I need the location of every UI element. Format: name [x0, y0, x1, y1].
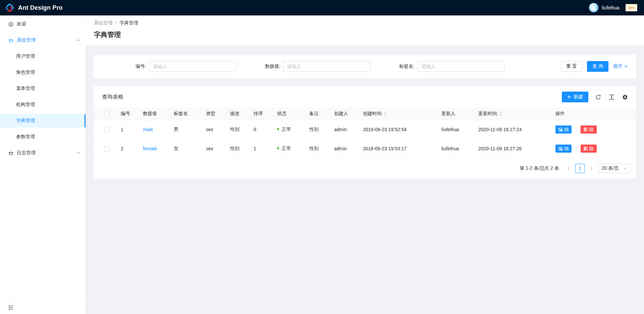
cell-tag: 男 — [168, 120, 201, 139]
crown-icon — [8, 38, 13, 43]
user-name[interactable]: liufeihua — [602, 5, 619, 10]
sidebar-collapse-trigger[interactable] — [0, 301, 86, 314]
sidebar-item-welcome[interactable]: 欢迎 — [0, 17, 86, 31]
page-title: 字典管理 — [94, 30, 636, 39]
breadcrumb-parent[interactable]: 系统管理 — [94, 20, 113, 26]
cell-id: 2 — [115, 139, 138, 158]
col-header-desc: 描述 — [225, 108, 248, 120]
reload-icon[interactable] — [595, 94, 601, 100]
ant-design-logo-icon — [5, 3, 15, 13]
table-title: 查询表格 — [102, 94, 123, 101]
cell-desc: 性别 — [225, 120, 248, 139]
pagination-page-1[interactable]: 1 — [575, 164, 585, 173]
page-size-select[interactable]: 20 条/页 — [598, 164, 631, 173]
dict-value-link[interactable]: male — [143, 127, 153, 132]
sidebar-item-system[interactable]: 系统管理 — [0, 34, 86, 47]
col-header-type: 类型 — [201, 108, 225, 120]
sidebar-item-role-mgmt[interactable]: 角色管理 — [0, 66, 86, 79]
pagination-next[interactable] — [587, 164, 595, 173]
reset-button[interactable]: 重 置 — [561, 61, 582, 72]
sidebar-item-menu-mgmt[interactable]: 菜单管理 — [0, 82, 86, 95]
plus-icon — [567, 95, 571, 99]
sidebar-item-label: 菜单管理 — [16, 86, 35, 92]
col-header-id: 编号 — [115, 108, 138, 120]
col-header-creator: 创建人 — [329, 108, 358, 120]
sorter-icon[interactable] — [499, 111, 502, 116]
value-input[interactable] — [283, 61, 370, 72]
cell-updater: liufeihua — [436, 139, 473, 158]
sidebar-item-label: 机构管理 — [16, 102, 35, 108]
pagination-total: 第 1-2 条/总共 2 条 — [520, 165, 559, 171]
form-item-value: 数据值: — [236, 61, 370, 72]
sidebar-item-dict-mgmt[interactable]: 字典管理 — [0, 114, 86, 127]
status-dot — [277, 147, 279, 149]
sidebar-item-label: 参数管理 — [16, 134, 35, 140]
select-all-checkbox[interactable] — [104, 111, 109, 117]
cell-creator: admin — [329, 139, 358, 158]
sidebar-item-label: 字典管理 — [16, 118, 35, 124]
form-item-id: 编号: — [102, 61, 236, 72]
col-header-updated[interactable]: 更新时间 — [473, 108, 550, 120]
cell-created: 2018-09-23 19:52:54 — [358, 120, 436, 139]
query-button[interactable]: 查 询 — [587, 61, 608, 72]
table-row: 2 female 女 sex 性别 1 正常 性别 admin 2018-09-… — [94, 139, 636, 158]
table-header-row: 编号 数据值 标签名 类型 描述 排序 状态 备注 创建人 创建时间 — [94, 108, 636, 120]
sidebar-item-logs[interactable]: 日志管理 — [0, 146, 86, 160]
edit-button[interactable]: 编 辑 — [555, 145, 572, 153]
col-header-remark: 备注 — [304, 108, 329, 120]
divider — [576, 146, 576, 151]
sorter-icon[interactable] — [384, 111, 387, 116]
col-header-tag: 标签名 — [168, 108, 201, 120]
expand-toggle[interactable]: 展开 — [613, 63, 628, 69]
cell-desc: 性别 — [225, 139, 248, 158]
edit-button[interactable]: 编 辑 — [555, 125, 572, 134]
column-height-icon[interactable] — [609, 94, 614, 100]
user-avatar[interactable] — [589, 3, 598, 12]
expand-label: 展开 — [613, 63, 623, 69]
status-badge: 正常 — [282, 126, 291, 132]
col-header-created[interactable]: 创建时间 — [358, 108, 436, 120]
page-header: 系统管理 / 字典管理 字典管理 — [86, 15, 644, 45]
id-input[interactable] — [149, 61, 236, 72]
menu-fold-icon — [8, 305, 13, 310]
sidebar-item-label: 日志管理 — [17, 150, 36, 156]
cell-sort: 1 — [248, 139, 272, 158]
cell-id: 1 — [115, 120, 138, 139]
sidebar-item-org-mgmt[interactable]: 机构管理 — [0, 98, 86, 111]
breadcrumb: 系统管理 / 字典管理 — [94, 20, 636, 26]
field-label: 编号: — [102, 63, 149, 69]
cell-sort: 0 — [248, 120, 272, 139]
cell-updater: liufeihua — [436, 120, 473, 139]
chevron-down-icon — [76, 152, 80, 154]
form-item-tag: 标签名: — [370, 61, 504, 72]
cell-remark: 性别 — [304, 120, 329, 139]
brand[interactable]: Ant Design Pro — [5, 3, 63, 13]
sidebar-item-label: 欢迎 — [17, 21, 26, 27]
cell-type: sex — [201, 139, 225, 158]
delete-button[interactable]: 删 除 — [581, 125, 597, 134]
new-button[interactable]: 新建 — [562, 92, 588, 102]
status-badge: 正常 — [282, 146, 291, 151]
cell-remark: 性别 — [304, 139, 329, 158]
cell-type: sex — [201, 120, 225, 139]
app-header: Ant Design Pro liufeihua dev — [0, 0, 644, 15]
row-checkbox[interactable] — [104, 146, 109, 152]
smile-icon — [8, 21, 13, 27]
cell-created: 2018-09-23 19:53:17 — [358, 139, 436, 158]
breadcrumb-separator: / — [115, 20, 117, 26]
col-header-value: 数据值 — [138, 108, 168, 120]
sidebar-item-param-mgmt[interactable]: 参数管理 — [0, 130, 86, 144]
sidebar-item-user-mgmt[interactable]: 用户管理 — [0, 50, 86, 63]
col-header-status: 状态 — [272, 108, 304, 120]
row-checkbox[interactable] — [104, 127, 109, 133]
field-label: 标签名: — [370, 63, 417, 69]
pagination-prev[interactable] — [565, 164, 573, 173]
tag-input[interactable] — [417, 61, 504, 72]
sidebar: 欢迎 系统管理 用户管理 角色管理 — [0, 15, 86, 314]
dict-value-link[interactable]: female — [143, 146, 157, 151]
col-header-sort: 排序 — [248, 108, 272, 120]
delete-button[interactable]: 删 除 — [581, 145, 597, 153]
settings-gear-icon[interactable] — [622, 94, 628, 100]
cell-tag: 女 — [168, 139, 201, 158]
brand-title: Ant Design Pro — [18, 4, 63, 11]
